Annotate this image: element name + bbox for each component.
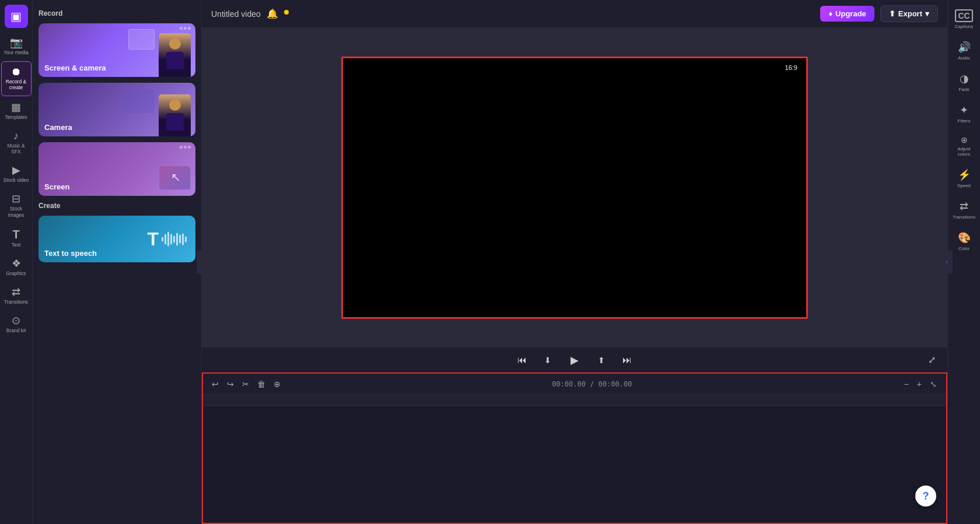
sidebar-item-stock-video[interactable]: ▶ Stock video (1, 160, 32, 188)
camera-label: Camera (44, 123, 72, 132)
zoom-out-button[interactable]: − (902, 378, 911, 390)
fullscreen-button[interactable]: ⤢ (928, 354, 936, 365)
stock-video-icon: ▶ (12, 165, 20, 175)
fade-icon: ◑ (960, 72, 969, 85)
record-section-title: Record (38, 9, 195, 17)
sidebar-item-text[interactable]: T Text (1, 224, 32, 252)
sidebar-item-color[interactable]: 🎨 Color (949, 227, 979, 256)
video-title[interactable]: Untitled video (211, 9, 261, 19)
text-icon: T (12, 228, 19, 240)
right-panel-collapse-arrow[interactable]: › (941, 251, 953, 274)
redo-button[interactable]: ↪ (225, 378, 236, 391)
card-corner-dots (180, 27, 191, 30)
speed-icon: ⚡ (958, 168, 971, 181)
transitions-right-icon: ⇄ (960, 200, 968, 213)
add-to-timeline-button[interactable]: ⊕ (272, 378, 282, 391)
canvas-area: 16:9 (202, 28, 947, 347)
panel-collapse-arrow[interactable]: ‹ (197, 251, 202, 274)
screen-camera-label: Screen & camera (44, 64, 106, 72)
zoom-in-button[interactable]: + (915, 378, 924, 390)
tts-decoration: T (147, 228, 187, 250)
playback-controls: ⏮ ⬇ ▶ ⬆ ⏭ ⤢ (202, 347, 947, 372)
graphics-icon: ❖ (12, 258, 21, 269)
screen-mini-display (159, 166, 191, 190)
top-bar-right: ♦ Upgrade ⬆ Export ▾ (820, 5, 938, 22)
brand-kit-icon: ⊙ (12, 315, 20, 326)
screen-label: Screen (44, 182, 69, 191)
sidebar-item-speed[interactable]: ⚡ Speed (949, 164, 979, 193)
step-back-button[interactable]: ⬇ (540, 352, 556, 368)
record-create-icon: ⏺ (11, 66, 22, 77)
canvas-black (343, 58, 806, 317)
transitions-left-icon: ⇄ (12, 287, 20, 297)
timeline-toolbar: ↩ ↪ ✂ 🗑 ⊕ 00:00.00 / 00:00.00 − + ⤡ (203, 374, 946, 395)
top-bar: Untitled video 🔔 ♦ Upgrade ⬆ Export ▾ (202, 0, 947, 28)
timeline-ruler (203, 395, 946, 406)
timeline-area: ↩ ↪ ✂ 🗑 ⊕ 00:00.00 / 00:00.00 − + ⤡ (202, 372, 947, 524)
tts-label: Text to speech (44, 249, 97, 258)
undo-button[interactable]: ↩ (210, 378, 220, 391)
sidebar-item-music-sfx[interactable]: ♪ Music & SFX (1, 126, 32, 159)
screen-camera-card[interactable]: Screen & camera (38, 23, 195, 77)
sidebar-item-templates[interactable]: ▦ Templates (1, 97, 32, 125)
sidebar-item-adjust-colors[interactable]: ⊕ Adjust colors (949, 131, 979, 161)
adjust-colors-icon: ⊕ (961, 135, 968, 145)
color-icon: 🎨 (958, 231, 971, 244)
stock-images-icon: ⊟ (12, 194, 20, 204)
audio-icon: 🔊 (958, 41, 971, 54)
skip-to-start-button[interactable]: ⏮ (514, 352, 530, 368)
screen-card[interactable]: Screen ↖ (38, 142, 195, 196)
aspect-ratio-badge: 16:9 (781, 63, 802, 72)
sidebar-item-audio[interactable]: 🔊 Audio (949, 36, 979, 65)
top-bar-left: Untitled video 🔔 (211, 8, 289, 19)
sidebar-item-home[interactable]: ▣ (5, 5, 28, 28)
sidebar-item-transitions-right[interactable]: ⇄ Transitions (949, 195, 979, 224)
your-media-icon: 📷 (10, 37, 23, 48)
delete-button[interactable]: 🗑 (256, 378, 267, 391)
sidebar-item-record-create[interactable]: ⏺ Record &create (1, 61, 32, 96)
left-sidebar: ▣ 📷 Your media ⏺ Record &create ▦ Templa… (0, 0, 33, 524)
skip-to-end-button[interactable]: ⏭ (619, 352, 635, 368)
diamond-icon: ♦ (828, 9, 832, 18)
sidebar-item-graphics[interactable]: ❖ Graphics (1, 254, 32, 281)
notification-dot (284, 10, 289, 15)
create-section-title: Create (38, 202, 195, 210)
sidebar-item-captions[interactable]: CC Captions (949, 5, 979, 34)
camera-card-avatar (159, 94, 191, 136)
right-sidebar: › CC Captions 🔊 Audio ◑ Fade ✦ Filters ⊕… (947, 0, 980, 524)
filters-icon: ✦ (960, 104, 968, 117)
timeline-time-display: 00:00.00 / 00:00.00 (287, 380, 897, 388)
card-screen-decoration (128, 29, 155, 50)
sidebar-item-brand-kit[interactable]: ⊙ Brand kit (1, 311, 32, 338)
sidebar-item-stock-images[interactable]: ⊟ Stock images (1, 189, 32, 222)
sidebar-item-transitions[interactable]: ⇄ Transitions (1, 282, 32, 310)
upgrade-button[interactable]: ♦ Upgrade (820, 6, 874, 22)
sidebar-item-fade[interactable]: ◑ Fade (949, 68, 979, 97)
captions-icon: CC (955, 9, 972, 22)
music-sfx-icon: ♪ (13, 131, 19, 141)
sidebar-item-filters[interactable]: ✦ Filters (949, 99, 979, 128)
time-separator: / (590, 380, 598, 388)
timeline-zoom-controls: − + ⤡ (902, 378, 939, 390)
notification-icon: 🔔 (267, 8, 278, 19)
camera-card[interactable]: Camera (38, 83, 195, 136)
play-button[interactable]: ▶ (565, 351, 584, 370)
sidebar-item-your-media[interactable]: 📷 Your media (1, 33, 32, 60)
fit-to-window-button[interactable]: ⤡ (928, 378, 939, 390)
record-create-panel: Record Screen & camera Camera (33, 0, 202, 524)
export-button[interactable]: ⬆ Export ▾ (880, 5, 938, 22)
step-forward-button[interactable]: ⬆ (593, 352, 610, 368)
tts-card[interactable]: Text to speech T (38, 216, 195, 262)
total-time: 00:00.00 (598, 380, 632, 388)
cut-button[interactable]: ✂ (240, 378, 251, 391)
export-icon: ⬆ (889, 9, 895, 18)
current-time: 00:00.00 (552, 380, 586, 388)
templates-icon: ▦ (11, 102, 21, 112)
export-chevron-icon: ▾ (925, 9, 929, 18)
screen-corner-dots (180, 146, 191, 149)
timeline-content (203, 395, 946, 523)
video-canvas: 16:9 (341, 57, 808, 319)
help-button[interactable]: ? (915, 486, 936, 507)
camera-bg-decoration (123, 90, 155, 113)
card-avatar (159, 33, 191, 77)
